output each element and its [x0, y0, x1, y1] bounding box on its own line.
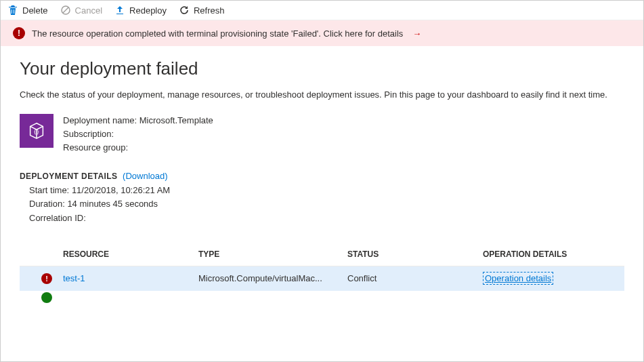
arrow-right-icon: → [412, 28, 421, 39]
download-link[interactable]: (Download) [123, 171, 167, 181]
details-header: DEPLOYMENT DETAILS (Download) [20, 171, 624, 181]
page-title: Your deployment failed [20, 58, 624, 79]
deployment-name-value: Microsoft.Template [139, 115, 213, 125]
deployment-summary: {} Deployment name: Microsoft.Template S… [20, 114, 624, 155]
page-subtitle: Check the status of your deployment, man… [20, 89, 616, 102]
main-content: Your deployment failed Check the status … [1, 46, 643, 317]
cancel-button: Cancel [60, 5, 102, 16]
duration-label: Duration: [29, 199, 65, 209]
deployment-name-label: Deployment name: [63, 114, 137, 127]
header-opdetails: OPERATION DETAILS [483, 249, 612, 259]
resources-table: RESOURCE TYPE STATUS OPERATION DETAILS !… [20, 243, 624, 304]
duration-value: 14 minutes 45 seconds [67, 199, 158, 209]
resource-link[interactable]: test-1 [63, 273, 85, 283]
svg-line-1 [63, 7, 68, 13]
header-type: TYPE [198, 249, 347, 259]
svg-text:{}: {} [33, 129, 39, 135]
toolbar: Delete Cancel Redeploy Refresh [1, 1, 643, 20]
summary-info: Deployment name: Microsoft.Template Subs… [63, 114, 213, 155]
upload-icon [114, 5, 125, 16]
header-resource: RESOURCE [63, 249, 198, 259]
alert-message: The resource operation completed with te… [32, 28, 403, 39]
cancel-label: Cancel [75, 5, 102, 16]
table-header-row: RESOURCE TYPE STATUS OPERATION DETAILS [20, 243, 624, 266]
refresh-button[interactable]: Refresh [179, 5, 225, 16]
subscription-label: Subscription: [63, 127, 114, 141]
table-row [20, 291, 624, 304]
cell-status: Conflict [347, 273, 483, 283]
error-alert[interactable]: ! The resource operation completed with … [1, 20, 643, 46]
correlation-label: Correlation ID: [29, 213, 86, 223]
operation-details-link[interactable]: Operation details [483, 272, 553, 285]
refresh-icon [179, 5, 190, 16]
table-row[interactable]: ! test-1 Microsoft.Compute/virtualMac...… [20, 266, 624, 291]
deployment-details-section: DEPLOYMENT DETAILS (Download) Start time… [20, 171, 624, 224]
template-icon: {} [20, 114, 53, 148]
header-status: STATUS [347, 249, 483, 259]
ok-status-icon [41, 292, 52, 303]
delete-button[interactable]: Delete [7, 5, 48, 16]
redeploy-label: Redeploy [129, 5, 167, 16]
start-time-label: Start time: [29, 185, 69, 195]
resource-group-label: Resource group: [63, 141, 128, 155]
error-icon: ! [13, 27, 25, 39]
error-status-icon: ! [41, 273, 52, 284]
refresh-label: Refresh [194, 5, 225, 16]
delete-label: Delete [22, 5, 48, 16]
cancel-icon [60, 5, 71, 16]
trash-icon [7, 5, 18, 16]
start-time-value: 11/20/2018, 10:26:21 AM [72, 185, 170, 195]
cell-type: Microsoft.Compute/virtualMac... [198, 273, 347, 283]
redeploy-button[interactable]: Redeploy [114, 5, 167, 16]
details-list: Start time: 11/20/2018, 10:26:21 AM Dura… [20, 184, 624, 224]
